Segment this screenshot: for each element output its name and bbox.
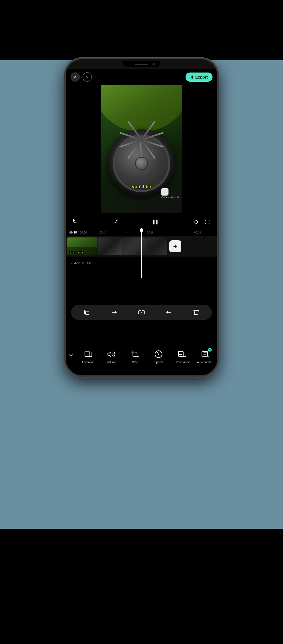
play-pause-button[interactable] xyxy=(150,216,161,228)
tick-dot-1: · xyxy=(126,231,127,234)
split-icon xyxy=(138,309,145,316)
chevron-down-icon xyxy=(68,353,74,358)
trim-end-icon xyxy=(165,309,172,316)
ruler-tick-1: 00:14 xyxy=(100,231,106,234)
export-button[interactable]: ⬆ Export xyxy=(186,73,213,82)
trim-start-icon xyxy=(111,309,118,316)
caption-icon: ♛ xyxy=(200,349,211,359)
current-time: 00:15 xyxy=(69,231,77,234)
ctrl-right xyxy=(191,217,212,227)
animation-icon xyxy=(83,349,93,359)
export-icon: ⬆ xyxy=(190,75,194,80)
svg-rect-1 xyxy=(156,220,158,225)
trim-end-tool[interactable] xyxy=(162,306,175,319)
toolbar-item-speed[interactable]: Speed xyxy=(150,348,167,364)
svg-rect-2 xyxy=(86,311,89,315)
speed-icon xyxy=(153,349,164,359)
undo-icon xyxy=(73,219,79,225)
playback-controls xyxy=(66,215,217,229)
tiktok-logo: ♪ xyxy=(161,188,168,196)
svg-rect-8 xyxy=(202,351,208,356)
wheel-center xyxy=(135,157,148,170)
time-divider: / xyxy=(77,231,80,234)
total-time: 00:24 xyxy=(80,231,87,234)
svg-point-6 xyxy=(158,354,159,355)
close-icon: × xyxy=(74,75,76,79)
tick-dot-2: · xyxy=(174,231,174,234)
help-button[interactable]: ? xyxy=(83,72,92,82)
phone-frame: × ? ⬆ Export xyxy=(64,58,219,377)
toolbar-item-caption[interactable]: ♛ Auto captio... xyxy=(197,348,214,364)
collapse-button[interactable] xyxy=(66,350,76,360)
extract-icon xyxy=(177,349,187,359)
wheel-rim xyxy=(113,135,170,192)
duplicate-icon xyxy=(83,309,90,316)
clip-duration: 24.2s xyxy=(77,251,84,254)
playhead-line xyxy=(141,228,142,278)
ruler-tick-3: 00:18 xyxy=(194,231,201,234)
toolbar-items: Animation Volume xyxy=(76,348,217,364)
export-label: Export xyxy=(195,75,208,79)
tiktok-handle: @diamondhustle xyxy=(161,196,179,199)
clip-4[interactable] xyxy=(146,237,167,255)
split-tool[interactable] xyxy=(135,306,148,319)
svg-rect-7 xyxy=(178,351,183,356)
svg-rect-5 xyxy=(85,352,90,357)
camera xyxy=(153,63,155,65)
toolbar-item-crop[interactable]: Crop xyxy=(127,348,144,364)
trim-start-tool[interactable] xyxy=(108,306,121,319)
clip-1[interactable]: 1.0x 24.2s xyxy=(67,237,97,255)
caption-label: Auto captio... xyxy=(197,360,214,364)
clip-1-badge: 1.0x 24.2s xyxy=(69,251,84,254)
fullscreen-button[interactable] xyxy=(203,217,212,227)
phone-notch xyxy=(66,59,217,69)
playhead-head xyxy=(140,228,143,232)
toolbar-item-volume[interactable]: Volume xyxy=(103,348,120,364)
keyframe-icon xyxy=(193,219,199,225)
fullscreen-icon xyxy=(204,219,210,225)
music-note-icon: ♪ xyxy=(70,261,72,265)
fender-visual xyxy=(101,85,182,132)
extract-label: Extract audio xyxy=(173,360,190,364)
animation-label: Animation xyxy=(81,360,94,364)
pause-icon xyxy=(152,218,159,226)
redo-button[interactable] xyxy=(110,217,120,227)
edit-tools-strip xyxy=(71,305,212,320)
ruler-tick-2: 00:16 xyxy=(147,231,154,234)
ruler-ticks: 00:14 · 00:16 · 00:18 xyxy=(87,231,214,234)
help-icon: ? xyxy=(86,75,88,79)
svg-rect-0 xyxy=(153,220,155,225)
add-music-label[interactable]: Add Music xyxy=(74,261,91,265)
crop-icon xyxy=(130,349,140,359)
top-bar-left: × ? xyxy=(70,72,92,82)
speed-label: Speed xyxy=(154,360,163,364)
duplicate-tool[interactable] xyxy=(80,306,93,319)
close-button[interactable]: × xyxy=(70,72,80,82)
volume-icon xyxy=(106,349,117,359)
delete-icon xyxy=(193,309,200,316)
redo-icon xyxy=(112,219,118,225)
clip-2[interactable] xyxy=(98,237,122,255)
undo-button[interactable] xyxy=(71,217,80,227)
crop-label: Crop xyxy=(132,360,138,364)
volume-label: Volume xyxy=(107,360,116,364)
toolbar-item-animation[interactable]: Animation xyxy=(79,348,96,364)
premium-badge: ♛ xyxy=(208,348,212,352)
add-clip-button[interactable]: + xyxy=(169,240,181,252)
tiktok-logo-text: ♪ xyxy=(164,191,166,193)
video-subtitle: you'd be xyxy=(132,184,151,190)
phone-screen: × ? ⬆ Export xyxy=(66,69,217,375)
svg-rect-4 xyxy=(142,311,144,314)
video-preview: you'd be ♪ @diamondhustle xyxy=(101,85,182,213)
clip-3[interactable] xyxy=(122,237,146,255)
top-bar: × ? ⬆ Export xyxy=(66,69,217,85)
clip-speed: 1.0x xyxy=(69,251,75,254)
notch xyxy=(123,61,160,67)
toolbar-item-extract[interactable]: Extract audio xyxy=(173,348,191,364)
bottom-toolbar: Animation Volume xyxy=(66,345,217,375)
delete-tool[interactable] xyxy=(190,306,203,319)
svg-rect-3 xyxy=(139,311,141,314)
diamond-button[interactable] xyxy=(191,217,200,227)
speaker xyxy=(135,64,148,65)
add-clip-icon: + xyxy=(173,242,177,251)
